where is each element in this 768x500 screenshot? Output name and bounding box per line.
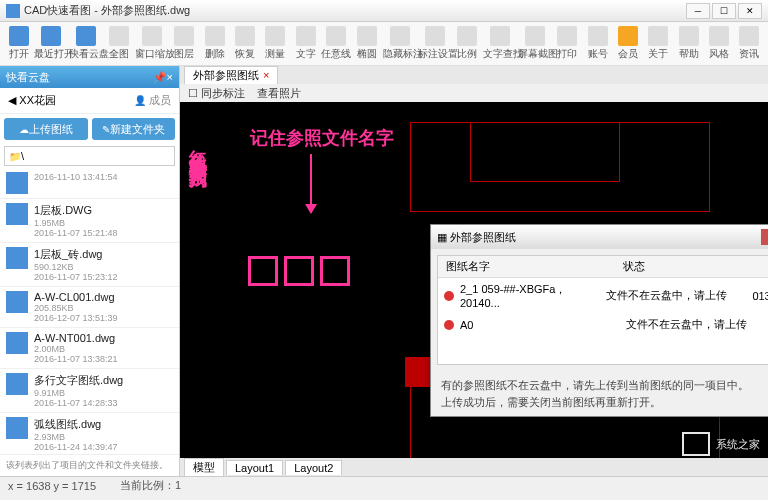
- xref-row[interactable]: 2_1 059-##-XBGFa，20140...文件不在云盘中，请上传0130…: [438, 278, 768, 313]
- new-folder-button[interactable]: ✎ 新建文件夹: [92, 118, 176, 140]
- file-icon: [6, 203, 28, 225]
- upload-button[interactable]: ☁ 上传图纸: [4, 118, 88, 140]
- dialog-icon: ▦: [437, 231, 447, 244]
- tool-恢复[interactable]: 恢复: [230, 26, 259, 61]
- file-item[interactable]: 弧线图纸.dwg2.93MB2016-11-24 14:39:47: [0, 413, 179, 454]
- file-icon: [6, 373, 28, 395]
- project-name: XX花园: [19, 93, 56, 108]
- members-link[interactable]: 👤 成员: [134, 93, 171, 108]
- back-icon[interactable]: ◀: [8, 94, 16, 107]
- file-icon: [6, 332, 28, 354]
- drawing-tabs: 外部参照图纸×: [180, 66, 768, 84]
- scale-readout: 当前比例：1: [120, 478, 181, 493]
- tool-账号[interactable]: 账号: [583, 26, 612, 61]
- xref-dialog: ▦ 外部参照图纸 ✕ 图纸名字 状态 2_1 059-##-XBGFa，2014…: [430, 224, 768, 417]
- annotation-top: 记住参照文件名字: [250, 126, 394, 150]
- tool-关于[interactable]: 关于: [644, 26, 673, 61]
- sidebar: 快看云盘 📌 × ◀ XX花园 👤 成员 ☁ 上传图纸 ✎ 新建文件夹 📁 \ …: [0, 66, 180, 476]
- tool-打开[interactable]: 打开: [4, 26, 33, 61]
- tool-窗口缩放[interactable]: 窗口缩放: [135, 26, 169, 61]
- drawing-canvas[interactable]: 外部参照图纸× ☐ 同步标注 查看照片 模型Layout1Layout2 红色代…: [180, 66, 768, 476]
- sync-annot-checkbox[interactable]: ☐ 同步标注: [188, 86, 245, 100]
- layout-tab[interactable]: Layout2: [285, 460, 342, 475]
- tool-最近打开[interactable]: 最近打开: [34, 26, 68, 61]
- file-item[interactable]: A-W-CL001.dwg205.85KB2016-12-07 13:51:39: [0, 287, 179, 328]
- tool-删除[interactable]: 删除: [200, 26, 229, 61]
- file-icon: [6, 417, 28, 439]
- tool-风格[interactable]: 风格: [704, 26, 733, 61]
- tool-帮助[interactable]: 帮助: [674, 26, 703, 61]
- watermark: 系统之家: [682, 432, 760, 456]
- tool-打印[interactable]: 打印: [553, 26, 582, 61]
- col-status: 状态: [615, 256, 768, 277]
- layout-tab[interactable]: Layout1: [226, 460, 283, 475]
- file-item[interactable]: 2016-11-10 13:41:54: [0, 168, 179, 199]
- layout-tabs: 模型Layout1Layout2: [180, 458, 768, 476]
- file-icon: [6, 291, 28, 313]
- main-toolbar: 打开最近打开快看云盘全图窗口缩放图层删除恢复测量文字任意线椭圆隐藏标注标注设置比…: [0, 22, 768, 66]
- tool-文字[interactable]: 文字: [291, 26, 320, 61]
- tab-close-icon[interactable]: ×: [263, 69, 269, 81]
- maximize-button[interactable]: ☐: [712, 3, 736, 19]
- file-icon: [6, 172, 28, 194]
- tool-椭圆[interactable]: 椭圆: [352, 26, 381, 61]
- dialog-note: 有的参照图纸不在云盘中，请先上传到当前图纸的同一项目中。 上传成功后，需要关闭当…: [431, 371, 768, 416]
- tool-会员[interactable]: 会员: [613, 26, 642, 61]
- annotation-left: 红色代表参照文件未找到: [186, 136, 210, 158]
- file-list[interactable]: 2016-11-10 13:41:541层板.DWG1.95MB2016-11-…: [0, 168, 179, 454]
- view-photo-link[interactable]: 查看照片: [257, 86, 301, 100]
- file-item[interactable]: 多行文字图纸.dwg9.91MB2016-11-07 14:28:33: [0, 369, 179, 413]
- tool-文字查找[interactable]: 文字查找: [483, 26, 517, 61]
- tool-测量[interactable]: 测量: [261, 26, 290, 61]
- sidebar-header: 快看云盘 📌 ×: [0, 66, 179, 88]
- col-name: 图纸名字: [438, 256, 615, 277]
- layout-tab[interactable]: 模型: [184, 458, 224, 476]
- dialog-columns: 图纸名字 状态: [438, 256, 768, 278]
- tool-标注设置[interactable]: 标注设置: [418, 26, 452, 61]
- dialog-close-button[interactable]: ✕: [761, 229, 768, 245]
- sidebar-pin-icon[interactable]: 📌: [153, 71, 167, 84]
- status-bar: x = 1638 y = 1715 当前比例：1: [0, 476, 768, 494]
- file-item[interactable]: A-W-NT001.dwg2.00MB2016-11-07 13:38:21: [0, 328, 179, 369]
- tool-隐藏标注[interactable]: 隐藏标注: [383, 26, 417, 61]
- highlight-box: [284, 256, 314, 286]
- drawing-tab[interactable]: 外部参照图纸×: [184, 66, 278, 84]
- status-dot-icon: [444, 320, 454, 330]
- tool-资讯[interactable]: 资讯: [735, 26, 764, 61]
- file-item[interactable]: 1层板_砖.dwg590.12KB2016-11-07 15:23:12: [0, 243, 179, 287]
- tool-图层[interactable]: 图层: [170, 26, 199, 61]
- watermark-logo-icon: [682, 432, 710, 456]
- tool-快看云盘[interactable]: 快看云盘: [69, 26, 103, 61]
- dialog-titlebar[interactable]: ▦ 外部参照图纸 ✕: [431, 225, 768, 249]
- sidebar-close-icon[interactable]: ×: [167, 71, 173, 83]
- tool-任意线[interactable]: 任意线: [321, 26, 351, 61]
- highlight-box: [320, 256, 350, 286]
- dialog-title: 外部参照图纸: [450, 230, 516, 245]
- annotation-arrow: [310, 154, 312, 212]
- xref-row[interactable]: A0文件不在云盘中，请上传: [438, 313, 768, 336]
- highlight-box: [248, 256, 278, 286]
- window-title: CAD快速看图 - 外部参照图纸.dwg: [24, 3, 684, 18]
- tool-屏幕截图[interactable]: 屏幕截图: [518, 26, 552, 61]
- tool-全图[interactable]: 全图: [104, 26, 133, 61]
- status-dot-icon: [444, 291, 454, 301]
- close-button[interactable]: ✕: [738, 3, 762, 19]
- app-icon: [6, 4, 20, 18]
- project-row[interactable]: ◀ XX花园 👤 成员: [0, 88, 179, 114]
- minimize-button[interactable]: ─: [686, 3, 710, 19]
- path-input[interactable]: 📁 \: [4, 146, 175, 166]
- coords-readout: x = 1638 y = 1715: [8, 480, 96, 492]
- file-item[interactable]: 1层板.DWG1.95MB2016-11-07 15:21:48: [0, 199, 179, 243]
- sidebar-footer: 该列表列出了项目的文件和文件夹链接。: [0, 454, 179, 476]
- titlebar: CAD快速看图 - 外部参照图纸.dwg ─ ☐ ✕: [0, 0, 768, 22]
- sidebar-title: 快看云盘: [6, 70, 50, 85]
- file-icon: [6, 247, 28, 269]
- tool-比例[interactable]: 比例: [453, 26, 482, 61]
- canvas-options: ☐ 同步标注 查看照片: [180, 84, 768, 102]
